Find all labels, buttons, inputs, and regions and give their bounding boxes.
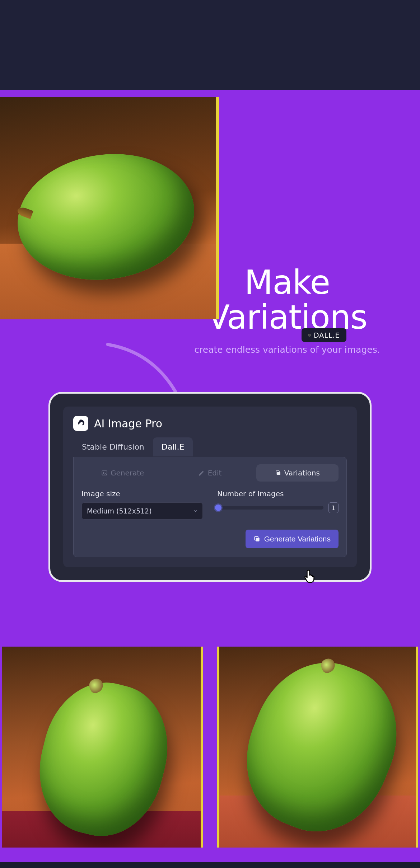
model-tabs: Stable Diffusion Dall.E <box>73 437 347 457</box>
subtab-edit[interactable]: Edit <box>169 464 251 482</box>
variation-image-2 <box>217 647 418 848</box>
generate-variations-button[interactable]: Generate Variations <box>246 530 339 548</box>
svg-rect-2 <box>277 472 280 475</box>
subpanel: Generate Edit Variations Image size <box>73 457 347 557</box>
svg-rect-4 <box>256 538 259 541</box>
cursor-hand-icon <box>302 567 319 585</box>
mode-tabs: Generate Edit Variations <box>81 464 339 482</box>
engine-badge-label: DALL.E <box>314 331 340 339</box>
copy-icon <box>253 535 261 543</box>
slider-thumb[interactable] <box>215 505 221 511</box>
engine-badge: DALL.E <box>302 328 346 342</box>
copy-icon <box>275 470 281 476</box>
app-brand-label: AI Image Pro <box>94 417 162 430</box>
field-num-images: Number of Images 1 <box>217 489 339 520</box>
image-size-label: Image size <box>81 489 203 498</box>
svg-point-1 <box>103 472 104 473</box>
subtab-variations[interactable]: Variations <box>256 464 339 482</box>
tab-dalle[interactable]: Dall.E <box>153 437 193 456</box>
app-brand: AI Image Pro <box>73 416 347 431</box>
num-images-value: 1 <box>328 502 339 513</box>
pencil-icon <box>199 470 205 476</box>
brand-logo-icon <box>73 416 88 431</box>
purple-section: DALL.E Make Variations create endless va… <box>0 90 420 862</box>
field-image-size: Image size Medium (512x512) <box>81 489 203 520</box>
top-dark-strip <box>0 0 420 90</box>
subtab-generate[interactable]: Generate <box>81 464 164 482</box>
image-icon <box>101 470 108 476</box>
num-images-label: Number of Images <box>217 489 339 498</box>
device-frame: AI Image Pro Stable Diffusion Dall.E Gen… <box>48 392 372 582</box>
painting-melon-original <box>0 97 216 319</box>
image-size-select[interactable]: Medium (512x512) <box>81 502 203 520</box>
tab-stable-diffusion[interactable]: Stable Diffusion <box>73 437 153 456</box>
source-image <box>0 97 219 319</box>
badge-dot-icon <box>308 334 311 337</box>
results-row <box>0 582 420 848</box>
app-panel: AI Image Pro Stable Diffusion Dall.E Gen… <box>63 407 357 567</box>
variation-image-1 <box>2 647 203 848</box>
chevron-down-icon <box>193 507 198 515</box>
num-images-slider[interactable] <box>217 506 323 510</box>
